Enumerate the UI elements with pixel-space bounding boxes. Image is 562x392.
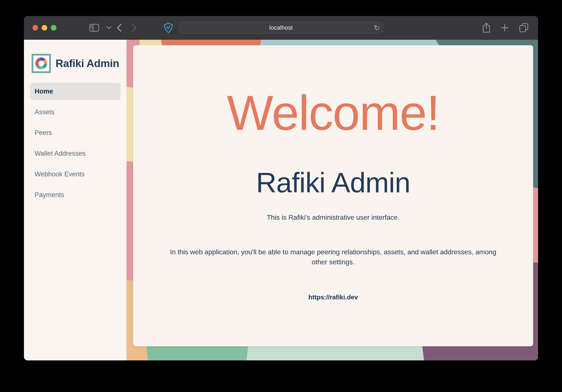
browser-window: localhost ↻ <box>24 16 538 360</box>
zoom-button[interactable] <box>51 25 56 31</box>
tab-overview-icon[interactable] <box>519 23 529 33</box>
page-title: Rafiki Admin <box>256 168 410 198</box>
titlebar-right-icons <box>482 16 529 40</box>
sidebar-nav: Home Assets Peers Wallet Addresses Webho… <box>30 83 120 203</box>
new-tab-icon[interactable] <box>501 24 509 32</box>
main-area: Welcome! Rafiki Admin This is Rafiki's a… <box>127 40 538 360</box>
forward-button[interactable] <box>132 24 137 32</box>
brand-name: Rafiki Admin <box>56 57 119 70</box>
rafiki-logo-icon <box>32 54 51 73</box>
rafiki-dev-link[interactable]: https://rafiki.dev <box>308 294 358 301</box>
page-subtitle: This is Rafiki's administrative user int… <box>267 213 399 221</box>
url-text: localhost <box>269 24 293 31</box>
sidebar: Rafiki Admin Home Assets Peers Wallet Ad… <box>24 40 127 360</box>
address-bar[interactable]: localhost ↻ <box>179 22 383 34</box>
back-button[interactable] <box>117 24 122 32</box>
sidebar-item-payments[interactable]: Payments <box>30 186 120 203</box>
minimize-button[interactable] <box>42 25 47 31</box>
tab-group-chevron-icon[interactable] <box>106 26 111 29</box>
welcome-heading: Welcome! <box>227 88 439 138</box>
sidebar-item-webhook-events[interactable]: Webhook Events <box>30 166 120 183</box>
page-description: In this web application, you'll be able … <box>164 247 502 267</box>
brand: Rafiki Admin <box>30 54 120 73</box>
privacy-shield-icon[interactable] <box>164 22 173 33</box>
traffic-lights <box>33 16 56 40</box>
sidebar-item-home[interactable]: Home <box>30 83 120 100</box>
sidebar-item-peers[interactable]: Peers <box>30 124 120 141</box>
sidebar-toggle-icon[interactable] <box>89 24 99 32</box>
share-icon[interactable] <box>482 23 491 33</box>
browser-titlebar: localhost ↻ <box>24 16 538 40</box>
toolbar-divider <box>103 23 103 33</box>
window-content: Rafiki Admin Home Assets Peers Wallet Ad… <box>24 40 538 360</box>
welcome-card: Welcome! Rafiki Admin This is Rafiki's a… <box>133 45 533 346</box>
sidebar-item-wallet-addresses[interactable]: Wallet Addresses <box>30 145 120 162</box>
close-button[interactable] <box>33 25 38 31</box>
reload-icon[interactable]: ↻ <box>374 24 380 31</box>
sidebar-item-assets[interactable]: Assets <box>30 103 120 121</box>
